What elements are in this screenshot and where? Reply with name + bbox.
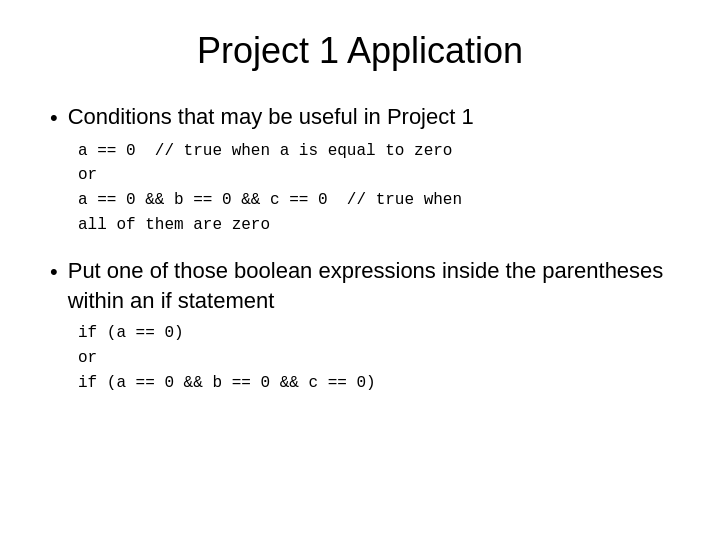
slide-title: Project 1 Application [50,30,670,72]
code-block-1: a == 0 // true when a is equal to zero o… [78,139,670,238]
code-line-1-3: all of them are zero [78,213,670,238]
bullet-label-1: Conditions that may be useful in Project… [68,102,474,132]
bullet-text-1: • Conditions that may be useful in Proje… [50,102,670,133]
bullet-dot-2: • [50,257,58,287]
content-area: • Conditions that may be useful in Proje… [50,102,670,396]
code-line-1-0: a == 0 // true when a is equal to zero [78,139,670,164]
code-line-2-2: if (a == 0 && b == 0 && c == 0) [78,371,670,396]
slide: Project 1 Application • Conditions that … [0,0,720,540]
bullet-text-2: • Put one of those boolean expressions i… [50,256,670,315]
code-line-2-1: or [78,346,670,371]
bullet-item-2: • Put one of those boolean expressions i… [50,256,670,396]
bullet-label-2: Put one of those boolean expressions ins… [68,256,670,315]
code-line-1-2: a == 0 && b == 0 && c == 0 // true when [78,188,670,213]
code-line-2-0: if (a == 0) [78,321,670,346]
bullet-dot-1: • [50,103,58,133]
code-line-1-1: or [78,163,670,188]
bullet-item-1: • Conditions that may be useful in Proje… [50,102,670,238]
code-block-2: if (a == 0) or if (a == 0 && b == 0 && c… [78,321,670,395]
